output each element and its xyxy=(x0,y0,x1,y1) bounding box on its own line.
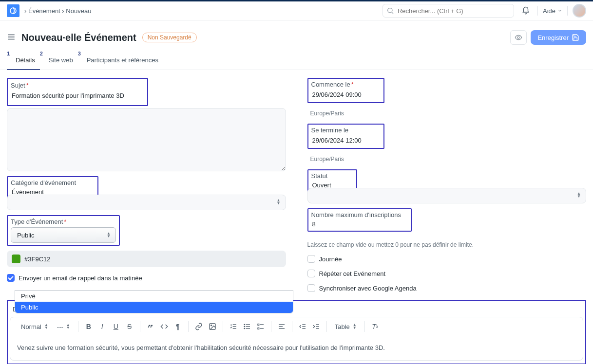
status-label: Statut xyxy=(311,172,353,181)
unsaved-badge: Non Sauvegardé xyxy=(142,33,197,42)
italic-icon[interactable]: I xyxy=(96,320,109,333)
paragraph-style-select[interactable]: Normal ▲▼ xyxy=(17,320,52,333)
global-search[interactable] xyxy=(383,4,514,18)
svg-point-16 xyxy=(244,326,245,327)
form: Sujet* Formation sécurité pour l'imprima… xyxy=(0,70,593,300)
max-label: Nombre maximum d'inscriptions xyxy=(311,211,408,219)
divider xyxy=(567,6,568,16)
page-header: Nouveau·elle Événement Non Sauvegardé En… xyxy=(0,20,593,52)
save-button-label: Enregistrer xyxy=(537,34,569,41)
link-icon[interactable] xyxy=(192,320,205,333)
breadcrumb-sep: › xyxy=(62,7,64,15)
subject-textarea[interactable] xyxy=(7,108,286,171)
starts-label: Commence le* xyxy=(311,81,381,89)
tab-label: Participants et références xyxy=(87,56,158,64)
tab-label: Site web xyxy=(49,56,73,64)
allday-checkbox[interactable] xyxy=(307,255,315,263)
svg-rect-19 xyxy=(258,328,259,329)
tab-details[interactable]: 1 Détails xyxy=(7,52,40,70)
left-column: Sujet* Formation sécurité pour l'imprima… xyxy=(7,78,286,292)
description-editor[interactable]: Venez suivre une formation sécurité, vou… xyxy=(10,336,583,361)
ends-label: Se termine le xyxy=(311,127,381,135)
save-button[interactable]: Enregistrer xyxy=(531,30,586,45)
outdent-icon[interactable] xyxy=(296,320,309,333)
category-label: Catégorie d'événement xyxy=(11,179,95,187)
editor-toolbar: Normal ▲▼ --- ▲▼ B I U S ¶ xyxy=(10,317,583,336)
reminder-checkbox-row[interactable]: Envoyer un email de rappel dans la matin… xyxy=(7,274,286,282)
breadcrumb-item-1[interactable]: Événement xyxy=(28,7,60,15)
page-title: Nouveau·elle Événement xyxy=(21,32,136,43)
app-logo[interactable] xyxy=(7,4,19,17)
starts-tz: Europe/Paris xyxy=(310,110,587,117)
type-select[interactable]: Public ▲▼ xyxy=(11,227,116,243)
breadcrumb-sep: › xyxy=(24,7,26,15)
svg-point-15 xyxy=(244,324,245,325)
chevron-updown-icon: ▲▼ xyxy=(44,324,48,329)
max-hint: Laissez ce champ vide ou mettez 0 pour n… xyxy=(307,241,587,248)
breadcrumb-item-2[interactable]: Nouveau xyxy=(66,7,91,15)
heading-style-select[interactable]: --- ▲▼ xyxy=(53,320,74,333)
notifications-icon[interactable] xyxy=(519,4,533,18)
search-input[interactable] xyxy=(383,4,514,18)
ordered-list-icon[interactable] xyxy=(227,320,240,333)
image-icon[interactable] xyxy=(206,320,219,333)
tab-participants[interactable]: 3 Participants et références xyxy=(78,52,163,70)
svg-point-6 xyxy=(517,36,519,38)
color-swatch xyxy=(12,255,20,263)
tabs: 1 Détails 2 Site web 3 Participants et r… xyxy=(0,52,593,70)
chevron-updown-icon: ▲▼ xyxy=(107,232,111,238)
help-menu[interactable]: Aide xyxy=(543,7,562,15)
tab-number: 3 xyxy=(78,51,81,56)
clear-format-icon[interactable]: Tx xyxy=(369,320,382,333)
reminder-checkbox[interactable] xyxy=(7,274,15,282)
chevron-updown-icon: ▲▼ xyxy=(66,324,70,329)
preview-button[interactable] xyxy=(510,30,527,45)
top-bar: › Événement › Nouveau Aide xyxy=(0,0,593,20)
checklist-icon[interactable] xyxy=(254,320,267,333)
menu-icon[interactable] xyxy=(7,33,16,43)
quote-icon[interactable] xyxy=(144,320,157,333)
chevron-updown-icon: ▲▼ xyxy=(353,324,357,329)
svg-point-17 xyxy=(244,328,245,328)
divider xyxy=(537,6,538,16)
strikethrough-icon[interactable]: S xyxy=(123,320,136,333)
indent-icon[interactable] xyxy=(310,320,323,333)
field-type-highlight: Type d'Événement* Public ▲▼ xyxy=(7,215,120,246)
status-select[interactable]: Ouvert ▲▼ xyxy=(307,188,587,203)
underline-icon[interactable]: U xyxy=(110,320,122,333)
paragraph-icon[interactable]: ¶ xyxy=(172,320,184,333)
type-option-public[interactable]: Public xyxy=(15,302,293,313)
gcal-label: Synchroniser avec Google Agenda xyxy=(319,285,417,292)
gcal-row[interactable]: Synchroniser avec Google Agenda xyxy=(307,284,587,292)
tab-website[interactable]: 2 Site web xyxy=(40,52,78,70)
repeat-checkbox[interactable] xyxy=(307,270,315,277)
svg-point-8 xyxy=(210,325,211,326)
ends-tz: Europe/Paris xyxy=(310,156,587,163)
gcal-checkbox[interactable] xyxy=(307,284,315,292)
type-value: Public xyxy=(17,232,34,239)
unordered-list-icon[interactable] xyxy=(241,320,253,333)
chevron-updown-icon: ▲▼ xyxy=(577,192,581,198)
type-dropdown[interactable]: Privé Public xyxy=(15,290,293,313)
align-left-icon[interactable] xyxy=(275,320,288,333)
color-field[interactable]: #3F9C12 xyxy=(7,251,286,267)
svg-point-1 xyxy=(388,8,392,13)
allday-row[interactable]: Journée xyxy=(307,255,587,263)
subject-label: Sujet* xyxy=(11,82,144,90)
svg-rect-18 xyxy=(258,324,259,326)
type-option-private[interactable]: Privé xyxy=(15,291,293,302)
subject-value-preview: Formation sécurité pour l'imprimante 3D xyxy=(11,90,144,101)
breadcrumb: › Événement › Nouveau xyxy=(24,7,91,15)
category-select[interactable]: Événement ▲▼ xyxy=(7,195,286,210)
right-column: Commence le* 29/06/2024 09:00 Europe/Par… xyxy=(307,78,587,292)
tab-label: Détails xyxy=(16,56,35,64)
repeat-row[interactable]: Répéter cet Evénement xyxy=(307,270,587,277)
allday-label: Journée xyxy=(319,255,342,263)
table-select[interactable]: Table ▲▼ xyxy=(331,320,361,333)
bold-icon[interactable]: B xyxy=(82,320,95,333)
color-value: #3F9C12 xyxy=(24,255,50,263)
code-icon[interactable] xyxy=(158,320,171,333)
user-avatar[interactable] xyxy=(573,4,586,18)
reminder-label: Envoyer un email de rappel dans la matin… xyxy=(19,274,142,282)
field-subject-highlight: Sujet* Formation sécurité pour l'imprima… xyxy=(7,78,148,106)
